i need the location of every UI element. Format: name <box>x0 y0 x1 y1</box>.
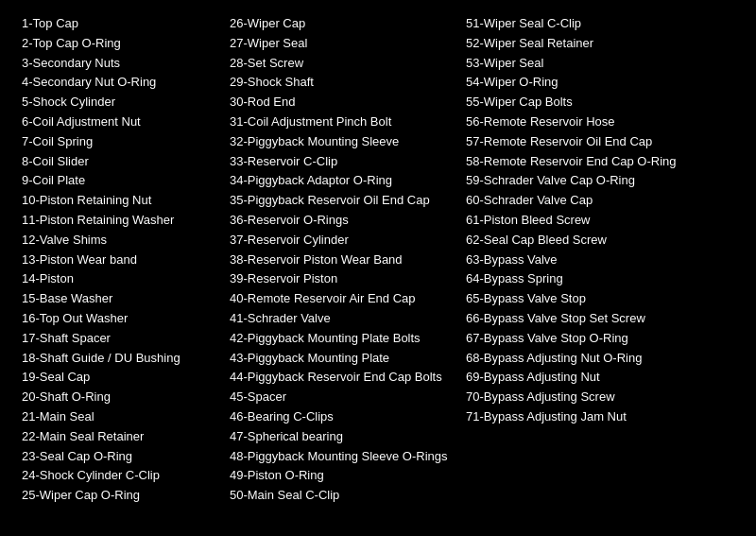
list-item: 4-Secondary Nut O-Ring <box>22 73 215 93</box>
list-item: 61-Piston Bleed Screw <box>466 211 715 231</box>
list-item: 47-Spherical bearing <box>230 427 451 447</box>
list-item: 38-Reservoir Piston Wear Band <box>230 251 451 270</box>
list-item: 34-Piggyback Adaptor O-Ring <box>230 171 451 191</box>
list-item: 9-Coil Plate <box>22 171 215 191</box>
list-item: 63-Bypass Valve <box>466 251 715 270</box>
list-item: 37-Reservoir Cylinder <box>230 231 451 251</box>
list-item: 29-Shock Shaft <box>230 73 451 93</box>
list-item: 13-Piston Wear band <box>22 251 215 270</box>
list-item: 50-Main Seal C-Clip <box>230 486 451 506</box>
list-item: 41-Schrader Valve <box>230 309 451 329</box>
list-item: 44-Piggyback Reservoir End Cap Bolts <box>230 368 451 388</box>
list-item: 58-Remote Reservoir End Cap O-Ring <box>466 152 715 172</box>
list-item: 64-Bypass Spring <box>466 269 715 289</box>
column-2: 26-Wiper Cap27-Wiper Seal28-Set Screw29-… <box>222 9 458 510</box>
parts-list: 1-Top Cap2-Top Cap O-Ring3-Secondary Nut… <box>14 9 742 510</box>
list-item: 56-Remote Reservoir Hose <box>466 112 715 132</box>
list-item: 54-Wiper O-Ring <box>466 73 715 93</box>
list-item: 35-Piggyback Reservoir Oil End Cap <box>230 191 451 211</box>
list-item: 15-Base Washer <box>22 289 215 309</box>
list-item: 71-Bypass Adjusting Jam Nut <box>466 407 715 427</box>
list-item: 66-Bypass Valve Stop Set Screw <box>466 309 715 329</box>
list-item: 55-Wiper Cap Bolts <box>466 93 715 112</box>
list-item: 1-Top Cap <box>22 14 215 34</box>
list-item: 53-Wiper Seal <box>466 54 715 74</box>
list-item: 12-Valve Shims <box>22 231 215 251</box>
list-item: 39-Reservoir Piston <box>230 269 451 289</box>
list-item: 25-Wiper Cap O-Ring <box>22 486 215 506</box>
list-item: 46-Bearing C-Clips <box>230 407 451 427</box>
list-item: 40-Remote Reservoir Air End Cap <box>230 289 451 309</box>
list-item: 6-Coil Adjustment Nut <box>22 112 215 132</box>
list-item: 17-Shaft Spacer <box>22 329 215 349</box>
list-item: 69-Bypass Adjusting Nut <box>466 368 715 388</box>
list-item: 26-Wiper Cap <box>230 14 451 34</box>
list-item: 65-Bypass Valve Stop <box>466 289 715 309</box>
list-item: 48-Piggyback Mounting Sleeve O-Rings <box>230 447 451 467</box>
list-item: 27-Wiper Seal <box>230 34 451 54</box>
list-item: 28-Set Screw <box>230 54 451 74</box>
list-item: 16-Top Out Washer <box>22 309 215 329</box>
list-item: 68-Bypass Adjusting Nut O-Ring <box>466 349 715 369</box>
list-item: 20-Shaft O-Ring <box>22 388 215 407</box>
list-item: 43-Piggyback Mounting Plate <box>230 349 451 369</box>
list-item: 70-Bypass Adjusting Screw <box>466 388 715 407</box>
column-1: 1-Top Cap2-Top Cap O-Ring3-Secondary Nut… <box>14 9 222 510</box>
list-item: 23-Seal Cap O-Ring <box>22 447 215 467</box>
list-item: 11-Piston Retaining Washer <box>22 211 215 231</box>
list-item: 59-Schrader Valve Cap O-Ring <box>466 171 715 191</box>
list-item: 32-Piggyback Mounting Sleeve <box>230 132 451 152</box>
list-item: 52-Wiper Seal Retainer <box>466 34 715 54</box>
list-item: 30-Rod End <box>230 93 451 112</box>
list-item: 14-Piston <box>22 269 215 289</box>
column-3: 51-Wiper Seal C-Clip52-Wiper Seal Retain… <box>458 9 723 510</box>
list-item: 3-Secondary Nuts <box>22 54 215 74</box>
list-item: 8-Coil Slider <box>22 152 215 172</box>
list-item: 21-Main Seal <box>22 407 215 427</box>
list-item: 22-Main Seal Retainer <box>22 427 215 447</box>
list-item: 19-Seal Cap <box>22 368 215 388</box>
list-item: 10-Piston Retaining Nut <box>22 191 215 211</box>
list-item: 45-Spacer <box>230 388 451 407</box>
list-item: 67-Bypass Valve Stop O-Ring <box>466 329 715 349</box>
list-item: 57-Remote Reservoir Oil End Cap <box>466 132 715 152</box>
list-item: 33-Reservoir C-Clip <box>230 152 451 172</box>
list-item: 24-Shock Cylinder C-Clip <box>22 466 215 486</box>
list-item: 60-Schrader Valve Cap <box>466 191 715 211</box>
list-item: 2-Top Cap O-Ring <box>22 34 215 54</box>
list-item: 5-Shock Cylinder <box>22 93 215 112</box>
list-item: 31-Coil Adjustment Pinch Bolt <box>230 112 451 132</box>
list-item: 36-Reservoir O-Rings <box>230 211 451 231</box>
list-item: 18-Shaft Guide / DU Bushing <box>22 349 215 369</box>
list-item: 49-Piston O-Ring <box>230 466 451 486</box>
list-item: 62-Seal Cap Bleed Screw <box>466 231 715 251</box>
list-item: 7-Coil Spring <box>22 132 215 152</box>
list-item: 51-Wiper Seal C-Clip <box>466 14 715 34</box>
list-item: 42-Piggyback Mounting Plate Bolts <box>230 329 451 349</box>
